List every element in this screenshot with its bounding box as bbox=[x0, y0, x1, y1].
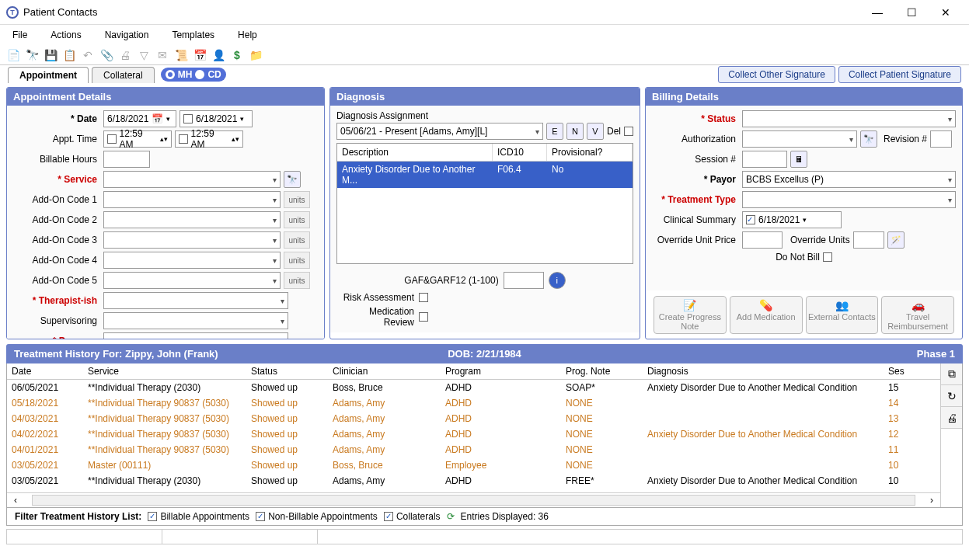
status-dropdown[interactable] bbox=[742, 110, 956, 127]
attach-icon[interactable]: 📎 bbox=[99, 48, 113, 62]
user-search-icon[interactable]: 👤 bbox=[211, 48, 225, 62]
script-icon[interactable]: 📜 bbox=[174, 48, 188, 62]
hist-col-prognote[interactable]: Prog. Note bbox=[561, 363, 643, 379]
addon4-units[interactable]: units bbox=[284, 252, 310, 269]
diagnosis-e-button[interactable]: E bbox=[546, 123, 563, 140]
filter-billable[interactable]: Billable Appointments bbox=[148, 511, 249, 522]
session-calc-icon[interactable]: 🖩 bbox=[790, 151, 807, 168]
diag-col-provisional[interactable]: Provisional? bbox=[547, 144, 633, 161]
radio-mh[interactable] bbox=[166, 70, 175, 79]
table-row[interactable]: 03/05/2021Master (00111)Showed upBoss, B… bbox=[7, 457, 940, 473]
travel-reimbursement-button[interactable]: 🚗Travel Reimbursement bbox=[881, 296, 954, 334]
tab-appointment[interactable]: Appointment bbox=[8, 67, 89, 83]
filter-collaterals[interactable]: Collaterals bbox=[384, 511, 441, 522]
diag-col-description[interactable]: Description bbox=[337, 144, 493, 161]
binoculars-icon[interactable]: 🔭 bbox=[25, 48, 39, 62]
add-medication-button[interactable]: 💊Add Medication bbox=[730, 296, 803, 334]
menu-navigation[interactable]: Navigation bbox=[100, 28, 154, 42]
hist-col-program[interactable]: Program bbox=[441, 363, 561, 379]
minimize-button[interactable]: — bbox=[860, 2, 894, 23]
menu-templates[interactable]: Templates bbox=[167, 28, 219, 42]
table-row[interactable]: 04/03/2021**Individual Therapy 90837 (50… bbox=[7, 411, 940, 426]
treatment-type-dropdown[interactable] bbox=[742, 191, 956, 208]
radio-cd[interactable] bbox=[195, 70, 204, 79]
risk-assessment-checkbox[interactable] bbox=[419, 293, 428, 302]
scroll-track[interactable] bbox=[32, 495, 915, 506]
date-to-checkbox[interactable] bbox=[183, 114, 193, 123]
override-units-input[interactable] bbox=[853, 231, 884, 249]
do-not-bill-checkbox[interactable] bbox=[823, 252, 832, 262]
table-row[interactable]: 03/05/2021**Individual Therapy (2030)Sho… bbox=[7, 473, 940, 489]
menu-help[interactable]: Help bbox=[233, 28, 262, 42]
session-input[interactable] bbox=[742, 151, 787, 168]
scroll-right-icon[interactable]: › bbox=[926, 495, 937, 506]
addon1-dropdown[interactable] bbox=[103, 191, 281, 208]
diagnosis-del-checkbox[interactable] bbox=[624, 127, 633, 136]
addon2-dropdown[interactable] bbox=[103, 211, 281, 228]
diag-col-icd10[interactable]: ICD10 bbox=[493, 144, 547, 161]
supervisoring-dropdown[interactable] bbox=[103, 312, 288, 329]
table-row[interactable]: 04/01/2021**Individual Therapy 90837 (50… bbox=[7, 442, 940, 457]
time-from-input[interactable]: 12:59 AM▴▾ bbox=[103, 130, 172, 148]
summary-checkbox[interactable]: ✓ bbox=[746, 215, 755, 224]
close-button[interactable]: ✕ bbox=[929, 2, 963, 23]
folder-icon[interactable]: 📁 bbox=[249, 48, 263, 62]
date-to-input[interactable]: 6/18/2021▾ bbox=[180, 110, 253, 127]
print-icon[interactable]: 🖨 bbox=[118, 48, 132, 62]
history-copy-icon[interactable]: ⧉ bbox=[941, 363, 962, 385]
addon2-units[interactable]: units bbox=[284, 211, 310, 228]
medication-review-checkbox[interactable] bbox=[419, 312, 428, 322]
table-row[interactable]: 05/18/2021**Individual Therapy 90837 (50… bbox=[7, 395, 940, 411]
addon5-dropdown[interactable] bbox=[103, 272, 281, 289]
collect-other-signature-button[interactable]: Collect Other Signature bbox=[718, 66, 835, 83]
payor-dropdown[interactable]: BCBS Excellus (P) bbox=[742, 171, 956, 188]
scroll-left-icon[interactable]: ‹ bbox=[10, 495, 21, 506]
history-print-icon[interactable]: 🖨 bbox=[941, 407, 962, 429]
addon3-dropdown[interactable] bbox=[103, 231, 281, 249]
table-row[interactable]: 04/02/2021**Individual Therapy 90837 (50… bbox=[7, 426, 940, 442]
addon1-units[interactable]: units bbox=[284, 191, 310, 208]
gaf-info-icon[interactable]: i bbox=[549, 272, 566, 289]
time-to-checkbox[interactable] bbox=[179, 134, 188, 144]
clinical-summary-date[interactable]: ✓6/18/2021▾ bbox=[742, 211, 842, 228]
copy-icon[interactable]: 📋 bbox=[62, 48, 76, 62]
new-doc-icon[interactable]: 📄 bbox=[6, 48, 20, 62]
therapist-dropdown[interactable] bbox=[103, 292, 288, 309]
diagnosis-v-button[interactable]: V bbox=[587, 123, 604, 140]
history-refresh-icon[interactable]: ↻ bbox=[941, 385, 962, 407]
external-contacts-button[interactable]: 👥External Contacts bbox=[806, 296, 879, 334]
authorization-dropdown[interactable] bbox=[742, 130, 857, 148]
date-from-input[interactable]: 6/18/2021📅▾ bbox=[103, 110, 176, 127]
override-wand-icon[interactable]: 🪄 bbox=[887, 231, 905, 249]
money-icon[interactable]: $ bbox=[230, 48, 244, 62]
undo-icon[interactable]: ↶ bbox=[81, 48, 95, 62]
collect-patient-signature-button[interactable]: Collect Patient Signature bbox=[838, 66, 961, 83]
hist-col-session[interactable]: Ses bbox=[884, 363, 913, 379]
tab-collateral[interactable]: Collateral bbox=[92, 67, 155, 83]
table-row[interactable]: 06/05/2021**Individual Therapy (2030)Sho… bbox=[7, 380, 940, 395]
diagnosis-assignment-dropdown[interactable]: 05/06/21 - Present [Adams, Amy][L] bbox=[336, 123, 543, 140]
mail-icon[interactable]: ✉ bbox=[155, 48, 169, 62]
override-price-input[interactable] bbox=[742, 231, 783, 249]
history-hscrollbar[interactable]: ‹ › bbox=[7, 492, 940, 507]
gaf-input[interactable] bbox=[504, 272, 544, 289]
billable-hours-input[interactable] bbox=[103, 151, 150, 168]
hist-col-status[interactable]: Status bbox=[246, 363, 328, 379]
filter-nonbillable[interactable]: Non-Billable Appointments bbox=[256, 511, 378, 522]
save-icon[interactable]: 💾 bbox=[44, 48, 58, 62]
hist-col-service[interactable]: Service bbox=[83, 363, 246, 379]
revision-input[interactable] bbox=[930, 130, 952, 148]
table-row[interactable]: 02/24/2021Webinar Example (13579)Showed … bbox=[7, 489, 940, 492]
menu-file[interactable]: File bbox=[8, 28, 32, 42]
maximize-button[interactable]: ☐ bbox=[894, 2, 929, 23]
time-from-checkbox[interactable] bbox=[107, 134, 117, 144]
calendar-add-icon[interactable]: 📅 bbox=[193, 48, 207, 62]
addon3-units[interactable]: units bbox=[284, 231, 310, 249]
hist-col-date[interactable]: Date bbox=[7, 363, 83, 379]
service-dropdown[interactable] bbox=[103, 171, 281, 188]
hist-col-diagnosis[interactable]: Diagnosis bbox=[643, 363, 884, 379]
addon4-dropdown[interactable] bbox=[103, 252, 281, 269]
time-to-input[interactable]: 12:59 AM▴▾ bbox=[175, 130, 243, 148]
diagnosis-row[interactable]: Anxiety Disorder Due to Another M... F06… bbox=[337, 162, 633, 188]
program-dropdown[interactable] bbox=[103, 332, 288, 339]
